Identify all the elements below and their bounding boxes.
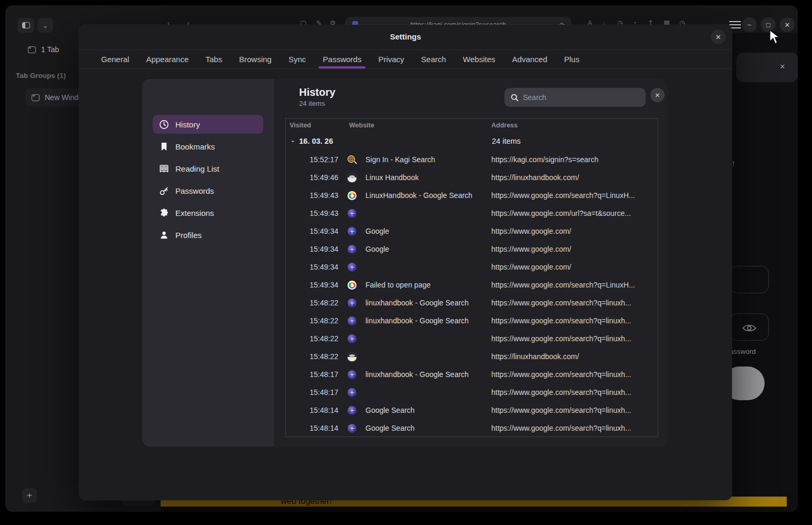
sidebar-item-extensions[interactable]: Extensions [153,203,263,222]
row-url: https://www.google.com/search?q=linuxh..… [491,334,631,343]
tab-advanced[interactable]: Advanced [504,50,556,68]
sidebar-collapse-button[interactable]: ⌄ [37,18,53,33]
key-icon [159,186,169,196]
column-visited: Visited [290,122,311,129]
sidebar-item-passwords[interactable]: Passwords [153,181,263,200]
library-content: History 24 items ✕ Visited Website Addre… [274,79,668,447]
table-row[interactable]: 15:49:43 https://www.google.com/url?sa=t… [286,205,658,223]
table-row[interactable]: 15:49:34 Google https://www.google.com/ [286,223,658,241]
row-time: 15:48:17 [310,388,339,397]
history-table: Visited Website Address ⌄ 16. 03. 26 24 … [285,118,658,437]
tab-websites[interactable]: Websites [454,50,503,68]
row-time: 15:49:34 [310,281,339,289]
notification-close-icon[interactable]: ✕ [776,60,789,73]
close-icon: ✕ [716,33,721,41]
table-row[interactable]: 15:49:34 https://www.google.com/ [286,259,658,276]
email-field[interactable] [730,266,769,293]
tab-label: Search [421,55,447,64]
tab-label: Browsing [239,55,272,64]
sidebar-item-reading-list[interactable]: Reading List [153,159,263,178]
row-time: 15:48:14 [310,406,339,414]
globe-favicon [348,424,357,433]
dialog-title: Settings [79,32,732,41]
row-url: https://linuxhandbook.com/ [491,173,579,182]
sidebar-toggle-button[interactable] [17,18,34,33]
minimize-button[interactable]: − [742,17,757,32]
row-time: 15:48:22 [310,299,339,307]
library-sidebar: History Bookmarks Reading List Passwords… [142,79,274,447]
globe-favicon [348,388,357,397]
tab-plus[interactable]: Plus [556,50,588,68]
chevron-down-icon: ⌄ [43,22,48,29]
tab-count-row[interactable]: 1 Tab [28,45,59,54]
table-row[interactable]: 15:48:22 https://www.google.com/search?q… [286,330,658,348]
tab-tabs[interactable]: Tabs [197,50,231,68]
table-header-row: Visited Website Address [286,118,658,132]
tab-icon [28,46,36,53]
table-row[interactable]: 15:49:34 Failed to open page https://www… [286,276,658,294]
table-row[interactable]: 15:48:22 https://linuxhandbook.com/ [286,348,658,366]
row-time: 15:49:34 [310,245,339,253]
row-url: https://www.google.com/search?q=linuxh..… [491,424,631,432]
kagi-favicon [348,155,357,164]
password-label-fragment: assword [729,348,756,355]
penguin-favicon [348,352,357,361]
add-tab-button[interactable]: + [22,488,37,503]
library-close-button[interactable]: ✕ [650,88,665,102]
history-count: 24 items [299,100,325,107]
table-row[interactable]: 15:49:43 LinuxHandbook - Google Search h… [286,187,658,205]
row-url: https://www.google.com/search?q=LinuxH..… [491,191,635,200]
row-title: Google [365,227,389,235]
table-row[interactable]: 15:48:14 Google Search https://www.googl… [286,420,658,438]
row-title: Google Search [365,406,414,414]
row-title: LinuxHandbook - Google Search [365,191,472,200]
tab-browsing[interactable]: Browsing [231,50,280,68]
table-row[interactable]: 15:48:22 linuxhandbook - Google Search h… [286,312,658,330]
row-time: 15:48:22 [310,352,339,361]
row-title: Google Search [365,424,414,432]
sidebar-toggle-icon [22,22,30,28]
settings-dialog: Settings ✕ GeneralAppearanceTabsBrowsing… [79,25,732,500]
show-password-eye-icon[interactable] [742,323,756,333]
tab-passwords[interactable]: Passwords [314,50,370,68]
penguin-favicon [348,173,357,182]
row-url: https://linuxhandbook.com/ [491,352,579,361]
tab-label: Advanced [512,55,548,64]
group-date: 16. 03. 26 [299,137,333,145]
table-row[interactable]: 15:52:17 Sign In - Kagi Search https://k… [286,151,658,169]
bookmark-icon [159,142,169,152]
library-search[interactable] [504,88,646,107]
search-icon [511,94,519,102]
tab-sync[interactable]: Sync [280,50,314,68]
chevron-down-icon[interactable]: ⌄ [290,136,295,144]
plus-icon: + [27,490,32,501]
date-group-row[interactable]: ⌄ 16. 03. 26 24 items [286,132,658,151]
row-title: linuxhandbook - Google Search [365,316,469,325]
row-title: Failed to open page [365,281,431,289]
tab-search[interactable]: Search [413,50,455,68]
sidebar-item-history[interactable]: History [153,115,263,134]
browser-window: ⌄ 1 Tab Tab Groups (1) New Window + ‹›▢✎… [5,5,798,512]
tab-general[interactable]: General [93,50,137,68]
table-row[interactable]: 15:49:34 Google https://www.google.com/ [286,241,658,259]
row-title: Sign In - Kagi Search [365,155,435,164]
sidebar-item-bookmarks[interactable]: Bookmarks [153,137,263,156]
google-favicon [348,191,357,200]
column-address: Address [491,122,518,129]
tab-privacy[interactable]: Privacy [370,50,412,68]
row-title: Google [365,245,389,253]
sidebar-item-label: Reading List [175,164,219,173]
table-row[interactable]: 15:48:17 https://www.google.com/search?q… [286,384,658,402]
tab-appearance[interactable]: Appearance [137,50,197,68]
table-row[interactable]: 15:48:22 linuxhandbook - Google Search h… [286,294,658,312]
row-title: Linux Handbook [365,173,419,182]
row-title: linuxhandbook - Google Search [365,370,469,379]
table-row[interactable]: 15:49:46 Linux Handbook https://linuxhan… [286,169,658,187]
search-input[interactable] [523,93,628,102]
sidebar-item-profiles[interactable]: Profiles [153,225,263,244]
dialog-close-button[interactable]: ✕ [711,29,726,44]
row-url: https://www.google.com/search?q=linuxh..… [491,299,631,307]
table-row[interactable]: 15:48:14 Google Search https://www.googl… [286,402,658,420]
table-row[interactable]: 15:48:17 linuxhandbook - Google Search h… [286,366,658,384]
tab-label: Sync [289,55,306,64]
